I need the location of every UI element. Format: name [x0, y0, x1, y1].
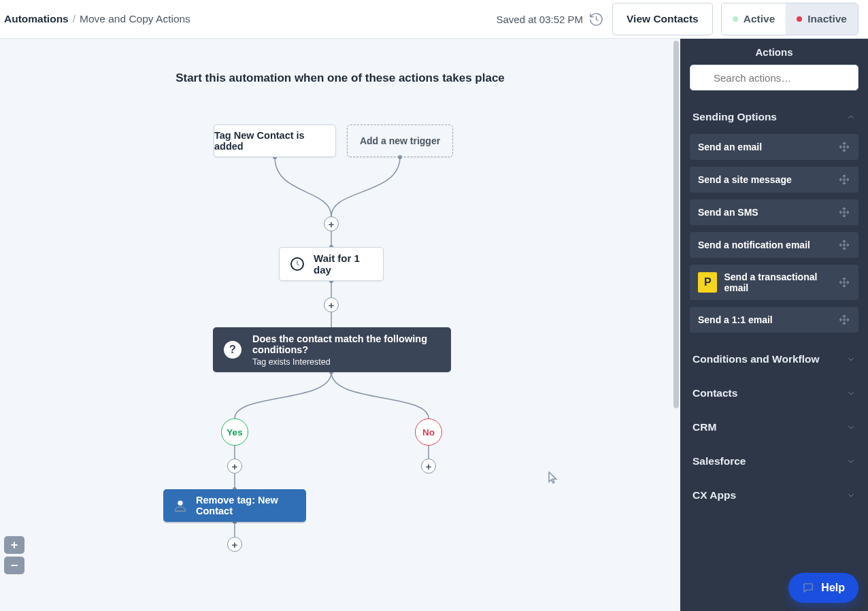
action-item-left: P Send a transactional email — [698, 271, 838, 293]
section-conditions-workflow[interactable]: Conditions and Workflow — [680, 342, 868, 376]
flow-connectors — [0, 39, 680, 611]
search-wrap — [680, 65, 868, 100]
postmark-badge-icon: P — [698, 272, 717, 293]
wait-node-label: Wait for 1 day — [314, 252, 371, 276]
person-icon — [173, 498, 188, 513]
breadcrumb-leaf: Move and Copy Actions — [80, 13, 190, 25]
history-icon[interactable] — [588, 12, 604, 27]
main: Start this automation when one of these … — [0, 39, 868, 611]
add-step-button[interactable]: + — [227, 459, 242, 474]
move-icon — [838, 206, 850, 218]
action-item-send-transactional-email[interactable]: P Send a transactional email — [690, 265, 858, 300]
chevron-down-icon — [846, 354, 856, 364]
action-item-label: Send a site message — [698, 174, 792, 185]
app-header: Automations / Move and Copy Actions Save… — [0, 0, 868, 39]
section-title: Salesforce — [692, 455, 746, 467]
move-icon — [838, 174, 850, 186]
sending-options-items: Send an email Send a site message Send a… — [680, 134, 868, 342]
condition-node[interactable]: ? Does the contact match the following c… — [213, 327, 451, 372]
status-toggle: Active Inactive — [721, 3, 858, 35]
add-step-button[interactable]: + — [421, 459, 436, 474]
chevron-down-icon — [846, 423, 856, 432]
status-active-label: Active — [744, 13, 775, 25]
move-icon — [838, 239, 850, 251]
section-contacts[interactable]: Contacts — [680, 376, 868, 410]
zoom-out-button[interactable]: − — [4, 557, 24, 574]
add-step-button[interactable]: + — [324, 216, 339, 231]
actions-sidebar: Actions Sending Options Send an email Se… — [680, 39, 868, 611]
action-item-send-site-message[interactable]: Send a site message — [690, 167, 858, 193]
action-item-label: Send an SMS — [698, 207, 758, 218]
add-trigger-button[interactable]: Add a new trigger — [347, 125, 453, 157]
view-contacts-button[interactable]: View Contacts — [612, 3, 713, 35]
wait-node[interactable]: Wait for 1 day — [279, 247, 384, 281]
move-icon — [838, 276, 850, 288]
start-instruction-text: Start this automation when one of these … — [136, 71, 544, 85]
move-icon — [838, 141, 850, 153]
add-step-button[interactable]: + — [324, 297, 339, 312]
condition-title: Does the contact match the following con… — [252, 333, 440, 355]
condition-subtitle: Tag exists Interested — [252, 357, 440, 367]
breadcrumb-root[interactable]: Automations — [4, 13, 69, 25]
section-sending-options[interactable]: Sending Options — [680, 100, 868, 134]
saved-at-label: Saved at 03:52 PM — [496, 12, 604, 27]
branch-yes[interactable]: Yes — [221, 418, 248, 446]
section-title: CRM — [692, 421, 716, 433]
clock-icon — [289, 254, 305, 274]
action-item-send-sms[interactable]: Send an SMS — [690, 199, 858, 225]
section-title: Conditions and Workflow — [692, 353, 820, 365]
action-item-send-notification-email[interactable]: Send a notification email — [690, 232, 858, 258]
add-step-button[interactable]: + — [227, 537, 242, 552]
status-dot-icon — [797, 16, 802, 22]
action-item-send-one-to-one-email[interactable]: Send a 1:1 email — [690, 307, 858, 333]
action-node-remove-tag[interactable]: Remove tag: New Contact — [163, 489, 306, 522]
canvas-inner: Start this automation when one of these … — [0, 39, 680, 611]
chevron-up-icon — [846, 112, 856, 122]
canvas-scrollbar[interactable] — [672, 39, 680, 611]
chevron-down-icon — [846, 491, 856, 500]
svg-point-8 — [178, 501, 182, 506]
cursor-icon — [548, 472, 558, 484]
section-title: Contacts — [692, 387, 737, 399]
search-input[interactable] — [690, 65, 858, 90]
header-right: Saved at 03:52 PM View Contacts Active I… — [496, 3, 858, 35]
condition-text: Does the contact match the following con… — [252, 333, 440, 367]
section-title: CX Apps — [692, 489, 736, 501]
help-button[interactable]: Help — [788, 573, 858, 603]
branch-no[interactable]: No — [415, 418, 442, 446]
section-crm[interactable]: CRM — [680, 410, 868, 444]
status-dot-icon — [733, 16, 738, 22]
action-item-label: Send a notification email — [698, 240, 810, 250]
action-item-label: Send a 1:1 email — [698, 314, 773, 325]
move-icon — [838, 314, 850, 326]
sidebar-title: Actions — [680, 39, 868, 65]
question-mark-icon: ? — [224, 341, 241, 359]
chat-bubble-icon — [802, 582, 814, 594]
chevron-down-icon — [846, 457, 856, 466]
breadcrumb-separator: / — [73, 13, 76, 25]
help-label: Help — [821, 582, 845, 594]
action-item-label: Send a transactional email — [724, 271, 838, 293]
zoom-controls: + − — [4, 536, 24, 574]
automation-canvas[interactable]: Start this automation when one of these … — [0, 39, 680, 611]
action-node-label: Remove tag: New Contact — [196, 495, 297, 516]
breadcrumb: Automations / Move and Copy Actions — [4, 13, 190, 25]
action-item-label: Send an email — [698, 142, 762, 152]
status-inactive-button[interactable]: Inactive — [786, 3, 858, 35]
section-salesforce[interactable]: Salesforce — [680, 444, 868, 478]
trigger-node[interactable]: Tag New Contact is added — [214, 125, 336, 157]
status-active-button[interactable]: Active — [722, 3, 786, 35]
zoom-in-button[interactable]: + — [4, 536, 24, 554]
chevron-down-icon — [846, 389, 856, 398]
section-cx-apps[interactable]: CX Apps — [680, 478, 868, 512]
status-inactive-label: Inactive — [807, 13, 847, 25]
section-title: Sending Options — [692, 111, 777, 123]
saved-at-text: Saved at 03:52 PM — [496, 14, 583, 25]
action-item-send-email[interactable]: Send an email — [690, 134, 858, 160]
